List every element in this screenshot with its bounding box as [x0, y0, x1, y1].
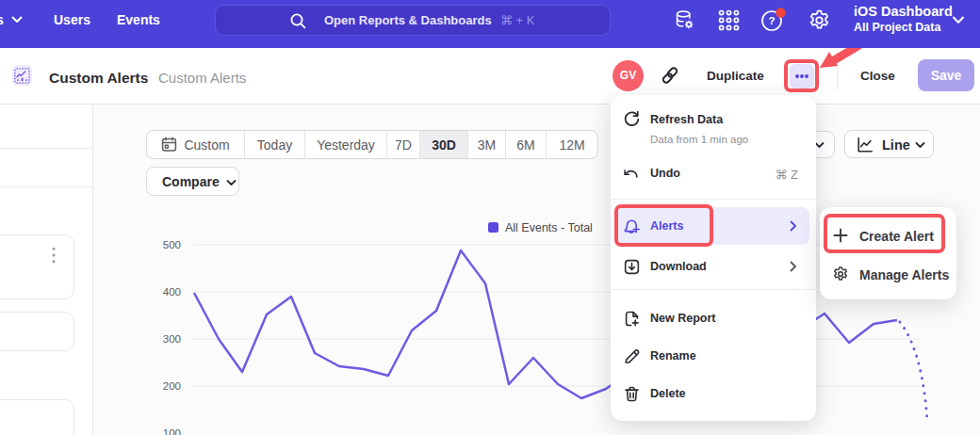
svg-text:300: 300 [163, 333, 181, 345]
svg-text:?: ? [768, 15, 775, 26]
svg-text:400: 400 [163, 286, 181, 298]
svg-text:100: 100 [163, 427, 181, 435]
svg-text:200: 200 [163, 380, 181, 392]
svg-text:500: 500 [163, 239, 181, 250]
